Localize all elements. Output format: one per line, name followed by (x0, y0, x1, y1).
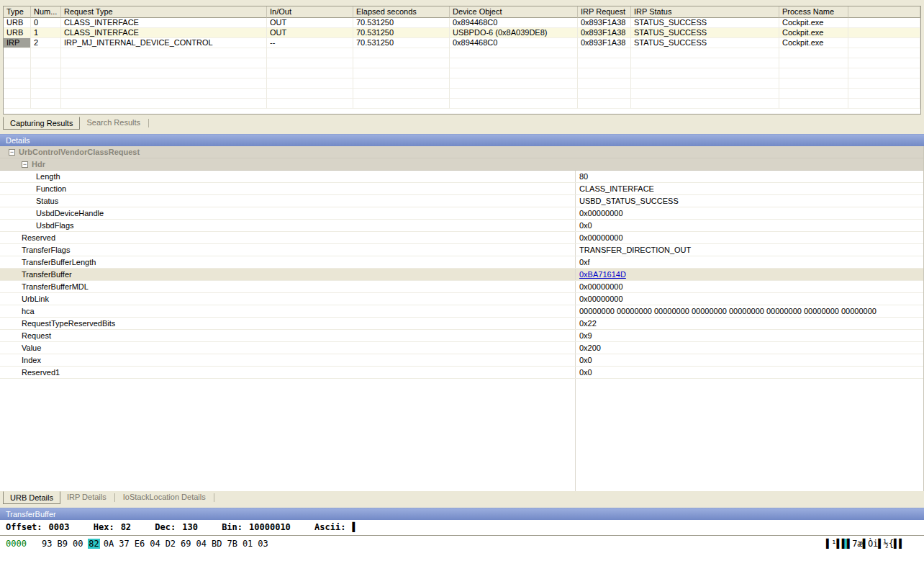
table-cell[interactable]: 0x893F1A38 (578, 28, 631, 38)
table-cell[interactable]: 0x893F1A38 (578, 38, 631, 48)
column-header-3[interactable]: In/Out (267, 6, 353, 18)
ascii-char[interactable]: ▌ (899, 539, 904, 549)
tree-row[interactable]: Reserved0x00000000 (0, 232, 923, 244)
hex-byte[interactable]: BD (212, 539, 222, 549)
table-cell[interactable] (848, 18, 920, 28)
tree-row[interactable]: TransferBuffer0xBA71614D (0, 269, 923, 281)
column-header-5[interactable]: Device Object (450, 6, 578, 18)
tree-row[interactable]: TransferFlagsTRANSFER_DIRECTION_OUT (0, 244, 923, 256)
tab-urb-details[interactable]: URB Details (3, 491, 60, 504)
table-cell[interactable]: URB (4, 28, 31, 38)
tree-row[interactable]: Index0x0 (0, 354, 923, 367)
table-cell[interactable]: 1 (31, 28, 61, 38)
table-cell[interactable]: 0x893F1A38 (578, 18, 631, 28)
table-cell[interactable]: CLASS_INTERFACE (61, 18, 267, 28)
tree-group-row[interactable]: −Hdr (0, 158, 923, 171)
column-header-7[interactable]: IRP Status (631, 6, 779, 18)
tab-capturing-results[interactable]: Capturing Results (3, 117, 80, 130)
transferbuffer-link[interactable]: 0xBA71614D (579, 270, 626, 279)
tree-row[interactable]: Request0x9 (0, 330, 923, 342)
table-cell[interactable]: 2 (31, 38, 61, 48)
collapse-icon[interactable]: − (9, 149, 15, 156)
table-cell (631, 48, 779, 58)
field-name: Length (0, 171, 576, 182)
column-header-8[interactable]: Process Name (779, 6, 848, 18)
table-cell[interactable]: Cockpit.exe (779, 38, 848, 48)
table-cell[interactable]: 70.531250 (353, 28, 450, 38)
hex-byte[interactable]: 04 (196, 539, 207, 549)
hex-byte[interactable]: 01 (243, 539, 253, 549)
column-header-9[interactable] (848, 6, 920, 18)
table-cell (848, 99, 920, 109)
tree-row[interactable]: Length80 (0, 171, 923, 183)
column-header-1[interactable]: Num... (31, 6, 61, 18)
tree-row[interactable]: TransferBufferLength0xf (0, 256, 923, 269)
table-cell[interactable]: Cockpit.exe (779, 18, 848, 28)
table-row[interactable]: URB1CLASS_INTERFACEOUT70.531250USBPDO-6 … (4, 28, 920, 38)
table-cell[interactable]: IRP_MJ_INTERNAL_DEVICE_CONTROL (61, 38, 267, 48)
hex-byte[interactable]: 69 (181, 539, 191, 549)
table-row[interactable]: IRP2IRP_MJ_INTERNAL_DEVICE_CONTROL--70.5… (4, 38, 920, 48)
tree-row[interactable]: FunctionCLASS_INTERFACE (0, 183, 923, 195)
ascii-char[interactable]: ▌ (842, 539, 847, 549)
table-cell (578, 48, 631, 58)
table-cell[interactable]: 0x894468C0 (450, 18, 578, 28)
tree-row[interactable]: RequestTypeReservedBits0x22 (0, 318, 923, 330)
column-header-0[interactable]: Type (4, 6, 31, 18)
tab-irp-details[interactable]: IRP Details (60, 491, 113, 504)
tab-search-results[interactable]: Search Results (80, 117, 147, 130)
table-cell[interactable]: USBPDO-6 (0x8A039DE8) (450, 28, 578, 38)
ascii-char[interactable]: ½ (884, 539, 889, 549)
table-cell[interactable]: 70.531250 (353, 18, 450, 28)
table-cell[interactable]: -- (267, 38, 353, 48)
hex-byte[interactable]: 0A (104, 539, 114, 549)
tree-row[interactable]: TransferBufferMDL0x00000000 (0, 281, 923, 293)
ascii-char[interactable]: ▌ (863, 539, 868, 549)
column-header-2[interactable]: Request Type (61, 6, 267, 18)
hex-byte[interactable]: 82 (88, 539, 99, 549)
table-cell (848, 68, 920, 78)
ascii-char[interactable]: ▌ (836, 539, 841, 549)
table-cell[interactable]: 70.531250 (353, 38, 450, 48)
hex-byte[interactable]: D2 (166, 539, 176, 549)
hex-byte[interactable]: 93 (42, 539, 52, 549)
table-cell[interactable]: 0 (31, 18, 61, 28)
table-cell[interactable]: STATUS_SUCCESS (631, 18, 779, 28)
table-cell[interactable]: STATUS_SUCCESS (631, 38, 779, 48)
tree-row[interactable]: StatusUSBD_STATUS_SUCCESS (0, 195, 923, 207)
hex-byte[interactable]: E6 (135, 539, 145, 549)
table-cell (4, 68, 31, 78)
hex-byte[interactable]: B9 (57, 539, 67, 549)
table-cell[interactable]: OUT (267, 18, 353, 28)
hex-byte[interactable]: 7B (227, 539, 237, 549)
inspector-value: 130 (182, 522, 198, 532)
table-cell[interactable]: STATUS_SUCCESS (631, 28, 779, 38)
tree-row[interactable]: Reserved10x0 (0, 367, 923, 379)
tree-row[interactable]: hca00000000 00000000 00000000 00000000 0… (0, 305, 923, 318)
hex-byte[interactable]: 00 (73, 539, 83, 549)
hex-byte[interactable]: 37 (119, 539, 129, 549)
tree-row[interactable]: UrbLink0x00000000 (0, 293, 923, 305)
tree-group-row[interactable]: −UrbControlVendorClassRequest (0, 146, 923, 158)
hex-byte[interactable]: 03 (258, 539, 268, 549)
hex-byte[interactable]: 04 (150, 539, 160, 549)
table-cell[interactable]: CLASS_INTERFACE (61, 28, 267, 38)
table-cell[interactable]: URB (4, 18, 31, 28)
ascii-char[interactable]: ▌ (878, 539, 883, 549)
tree-row[interactable]: UsbdDeviceHandle0x00000000 (0, 207, 923, 220)
tab-iostacklocation-details[interactable]: IoStackLocation Details (117, 491, 212, 504)
table-cell[interactable]: Cockpit.exe (779, 28, 848, 38)
ascii-char[interactable]: æ (857, 539, 862, 549)
table-row[interactable]: URB0CLASS_INTERFACEOUT70.5312500x894468C… (4, 18, 920, 28)
ascii-char[interactable]: { (889, 539, 894, 549)
table-cell[interactable] (848, 38, 920, 48)
tree-row[interactable]: Value0x200 (0, 342, 923, 354)
tree-row[interactable]: UsbdFlags0x0 (0, 220, 923, 232)
table-cell[interactable]: IRP (4, 38, 31, 48)
column-header-6[interactable]: IRP Request (578, 6, 631, 18)
collapse-icon[interactable]: − (22, 161, 28, 168)
table-cell[interactable]: 0x894468C0 (450, 38, 578, 48)
table-cell[interactable]: OUT (267, 28, 353, 38)
table-cell[interactable] (848, 28, 920, 38)
column-header-4[interactable]: Elapsed seconds (353, 6, 450, 18)
